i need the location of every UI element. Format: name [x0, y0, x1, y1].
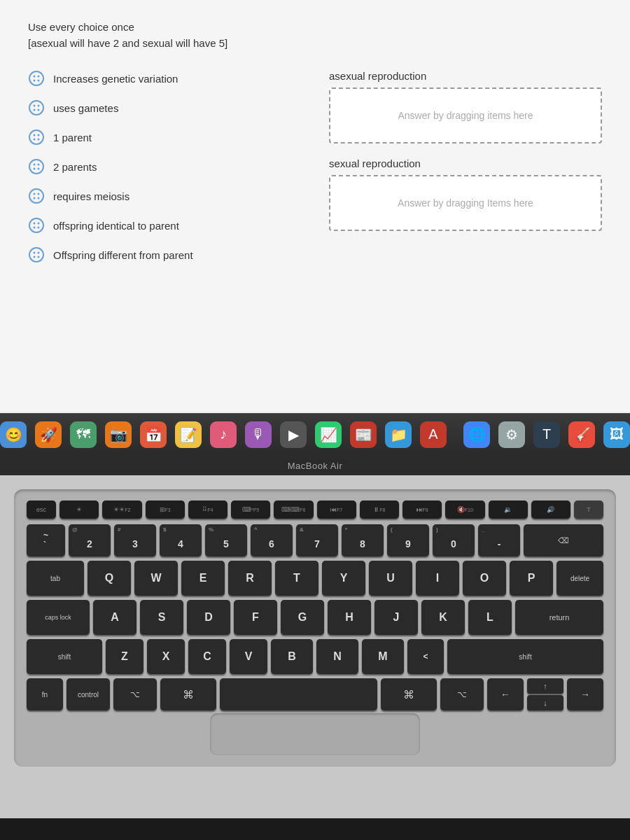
key-option-right[interactable]: ⌥ [440, 678, 484, 710]
dock-item-chrome[interactable]: 🌐 [461, 419, 492, 450]
drag-item-item3[interactable]: 1 parent [28, 129, 301, 146]
key-b[interactable]: B [271, 639, 313, 674]
key-option-left[interactable]: ⌥ [113, 678, 157, 710]
key-d[interactable]: D [187, 600, 230, 635]
key-4[interactable]: % 5 [205, 524, 247, 556]
key-arrow-left[interactable]: ← [487, 678, 524, 710]
key-9[interactable]: ) 0 [433, 524, 475, 556]
key-command-right[interactable]: ⌘ [381, 678, 437, 710]
key-a[interactable]: A [93, 600, 136, 635]
key-f5[interactable]: ⌨*F5 [231, 500, 270, 519]
key-7[interactable]: * 8 [342, 524, 384, 556]
key-5[interactable]: ^ 6 [251, 524, 293, 556]
key-u[interactable]: U [369, 561, 412, 596]
key-s[interactable]: S [140, 600, 183, 635]
dock-item-finder2[interactable]: 🖼 [601, 419, 630, 450]
drag-item-item1[interactable]: Increases genetic variation [28, 70, 301, 87]
key-1[interactable]: @ 2 [69, 524, 111, 556]
key-arrow-up[interactable]: ↑ [527, 678, 564, 694]
key-touchid[interactable]: T [574, 500, 603, 519]
drag-item-item2[interactable]: uses gametes [28, 99, 301, 116]
key-f3[interactable]: ⊞F3 [146, 500, 185, 519]
key-g[interactable]: G [281, 600, 324, 635]
key-delete[interactable]: delete [556, 561, 603, 596]
key-h[interactable]: H [328, 600, 371, 635]
drag-item-item7[interactable]: Offspring different from parent [28, 246, 301, 263]
dock-item-settings[interactable]: ⚙ [496, 419, 527, 450]
key-f6[interactable]: ⌨⌨F6 [274, 500, 313, 519]
key-fn-label[interactable]: fn [27, 678, 63, 710]
key-grave[interactable]: ~` [27, 524, 65, 556]
dock-item-notes[interactable]: 📝 [173, 419, 204, 450]
key-2[interactable]: # 3 [114, 524, 156, 556]
dock-item-news[interactable]: 📰 [348, 419, 379, 450]
dock-item-podcasts[interactable]: 🎙 [243, 419, 274, 450]
key-8[interactable]: ( 9 [387, 524, 429, 556]
key-r[interactable]: R [228, 561, 272, 596]
key-e[interactable]: E [181, 561, 225, 596]
key-f7[interactable]: ⏮F7 [317, 500, 356, 519]
key-f4[interactable]: ⠿F4 [188, 500, 227, 519]
key-comma[interactable]: < [407, 639, 444, 674]
key-arrow-down[interactable]: ↓ [527, 695, 564, 710]
key-arrow-right[interactable]: → [567, 678, 603, 710]
key-z[interactable]: Z [106, 639, 144, 674]
key-return[interactable]: return [515, 600, 603, 635]
key-w[interactable]: W [134, 561, 178, 596]
key-caps-lock[interactable]: caps lock [27, 600, 90, 635]
key-v[interactable]: V [230, 639, 267, 674]
key-x[interactable]: X [147, 639, 185, 674]
drop-zone-asexual[interactable]: Answer by dragging items here [329, 88, 602, 144]
drag-item-label: 1 parent [53, 132, 92, 144]
key-l[interactable]: L [468, 600, 512, 635]
key-shift-left[interactable]: shift [27, 639, 102, 674]
dock-item-acrobat[interactable]: A [418, 419, 449, 450]
key-f9[interactable]: ⏭F9 [402, 500, 442, 519]
key-3[interactable]: $ 4 [160, 524, 202, 556]
key-f2[interactable]: ☀☀F2 [102, 500, 141, 519]
key-6[interactable]: & 7 [296, 524, 338, 556]
dock-item-files[interactable]: 📁 [383, 419, 414, 450]
dock-item-finder[interactable]: 😊 [0, 419, 29, 450]
key-tab[interactable]: tab [27, 561, 84, 596]
drag-item-item5[interactable]: requires meiosis [28, 188, 301, 204]
drop-zone-sexual[interactable]: Answer by dragging Items here [329, 175, 602, 231]
drag-item-item4[interactable]: 2 parents [28, 158, 301, 175]
svg-point-27 [38, 223, 40, 225]
key-i[interactable]: I [416, 561, 459, 596]
key-m[interactable]: M [362, 639, 404, 674]
key-n[interactable]: N [316, 639, 358, 674]
dock-item-launchpad[interactable]: 🚀 [33, 419, 64, 450]
key-p[interactable]: P [510, 561, 553, 596]
trackpad[interactable] [210, 713, 420, 755]
key-backspace[interactable]: ⌫ [524, 524, 603, 556]
key-q[interactable]: Q [88, 561, 131, 596]
key-f12[interactable]: 🔊 [531, 500, 570, 519]
key-minus[interactable]: _ - [478, 524, 520, 556]
dock-item-tmaster[interactable]: T [531, 419, 562, 450]
key-f1[interactable]: ☀ [59, 500, 99, 519]
dock-item-photos[interactable]: 📷 [103, 419, 134, 450]
key-c[interactable]: C [188, 639, 226, 674]
key-f10[interactable]: 🔇F10 [445, 500, 484, 519]
drag-item-item6[interactable]: offspring identical to parent [28, 217, 301, 234]
key-k[interactable]: K [421, 600, 465, 635]
key-y[interactable]: Y [322, 561, 365, 596]
key-space[interactable] [220, 678, 377, 710]
dock-item-appletv[interactable]: ▶ [278, 419, 309, 450]
key-f8[interactable]: ⏸F8 [360, 500, 399, 519]
dock-item-stocks[interactable]: 📈 [313, 419, 344, 450]
key-f11[interactable]: 🔉 [489, 500, 528, 519]
key-command-left[interactable]: ⌘ [160, 678, 216, 710]
key-j[interactable]: J [374, 600, 418, 635]
dock-item-itunes[interactable]: 🎸 [566, 419, 597, 450]
key-f[interactable]: F [234, 600, 277, 635]
key-t[interactable]: T [275, 561, 318, 596]
key-esc[interactable]: esc [27, 500, 56, 519]
key-control[interactable]: control [66, 678, 110, 710]
dock-item-maps[interactable]: 🗺 [68, 419, 99, 450]
key-shift-right[interactable]: shift [447, 639, 603, 674]
dock-item-music[interactable]: ♪ [208, 419, 239, 450]
dock-item-calendar[interactable]: 📅 [138, 419, 169, 450]
key-o[interactable]: O [463, 561, 506, 596]
